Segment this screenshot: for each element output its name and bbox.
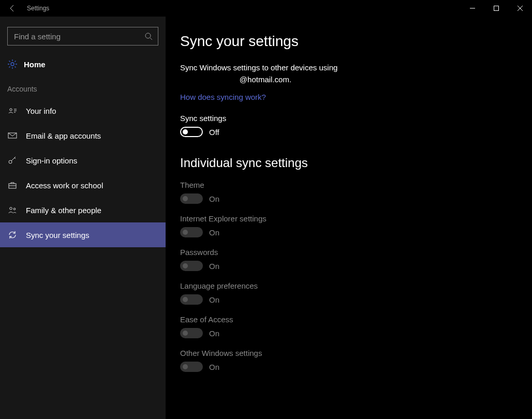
nav-sync-settings[interactable]: Sync your settings [0,222,166,247]
nav-signin-options[interactable]: Sign-in options [0,148,166,173]
home-nav[interactable]: Home [0,53,166,76]
nav-access-work[interactable]: Access work or school [0,173,166,198]
nav-your-info[interactable]: Your info [0,98,166,123]
gear-icon [7,59,18,69]
nav-label: Your info [26,107,56,115]
sync-settings-toggle[interactable] [180,127,203,137]
briefcase-icon [7,181,18,190]
nav-label: Sign-in options [26,156,77,165]
home-label: Home [24,60,46,69]
window-title: Settings [25,5,49,12]
close-button[interactable] [508,0,532,17]
category-label: Accounts [0,76,166,98]
nav-email-accounts[interactable]: Email & app accounts [0,123,166,148]
other-toggle[interactable] [180,362,203,372]
theme-toggle[interactable] [180,193,203,204]
sync-settings-state: Off [209,128,219,137]
language-label: Language preferences [180,281,532,290]
svg-point-1 [145,33,151,38]
titlebar: Settings [0,0,532,17]
language-state: On [209,295,219,304]
person-card-icon [7,106,18,115]
sync-settings-label: Sync settings [180,114,532,123]
back-button[interactable] [0,4,25,12]
minimize-button[interactable] [461,0,484,17]
svg-rect-0 [494,6,499,11]
people-icon [7,205,18,215]
setting-ease-of-access: Ease of Access On [180,315,532,338]
search-icon [144,32,153,40]
other-state: On [209,363,219,371]
setting-other-windows: Other Windows settings On [180,349,532,372]
svg-point-3 [10,109,12,111]
how-syncing-works-link[interactable]: How does syncing work? [180,93,266,101]
individual-sync-heading: Individual sync settings [180,156,532,170]
settings-window: Settings [0,0,532,419]
nav-family[interactable]: Family & other people [0,198,166,222]
body: Home Accounts Your info Email & app acco… [0,17,532,419]
nav-label: Email & app accounts [26,131,101,140]
setting-language: Language preferences On [180,281,532,305]
setting-ie: Internet Explorer settings On [180,214,532,237]
page-heading: Sync your settings [180,33,532,50]
svg-point-2 [11,63,14,66]
passwords-label: Passwords [180,248,532,257]
svg-point-8 [13,208,16,210]
search-input[interactable] [13,32,144,41]
search-box[interactable] [7,27,158,46]
other-label: Other Windows settings [180,349,532,357]
maximize-button[interactable] [484,0,508,17]
sync-description: Sync Windows settings to other devices u… [180,62,351,85]
ie-toggle[interactable] [180,227,203,237]
nav-label: Family & other people [26,206,101,215]
svg-point-7 [10,207,12,210]
ease-state: On [209,329,219,338]
passwords-state: On [209,262,219,271]
mail-icon [7,131,18,140]
content-pane: Sync your settings Sync Windows settings… [166,17,532,419]
sidebar: Home Accounts Your info Email & app acco… [0,17,166,419]
ease-label: Ease of Access [180,315,532,324]
nav-label: Sync your settings [26,231,90,240]
key-icon [7,156,18,165]
sync-icon [7,230,18,240]
theme-state: On [209,194,219,203]
language-toggle[interactable] [180,294,203,305]
ease-toggle[interactable] [180,328,203,338]
theme-label: Theme [180,181,532,189]
passwords-toggle[interactable] [180,261,203,271]
setting-theme: Theme On [180,181,532,204]
setting-passwords: Passwords On [180,248,532,271]
nav-label: Access work or school [26,181,103,190]
ie-label: Internet Explorer settings [180,214,532,223]
ie-state: On [209,228,219,237]
